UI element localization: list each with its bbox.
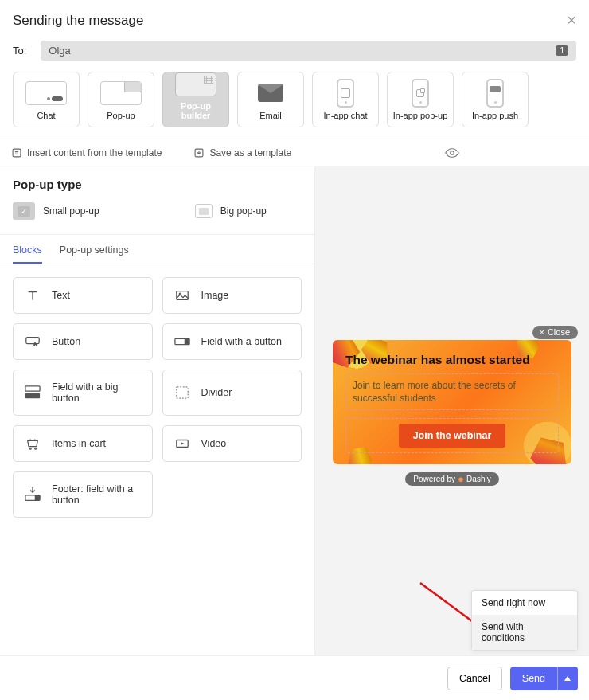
big-radio-thumb-icon: [195, 204, 213, 218]
preview-cta-wrap[interactable]: Join the webinar: [345, 418, 559, 453]
block-text[interactable]: Text: [13, 277, 153, 314]
preview-body-text[interactable]: Join to learn more about the secrets of …: [345, 373, 559, 410]
caret-up-icon: [564, 676, 571, 681]
block-items-cart-label: Items in cart: [52, 438, 106, 449]
check-icon: ✓: [18, 206, 30, 217]
save-template-label: Save as a template: [209, 147, 291, 158]
close-icon[interactable]: ×: [567, 11, 576, 29]
block-image-label: Image: [201, 290, 229, 301]
svg-rect-8: [25, 386, 40, 391]
field-button-icon: [174, 334, 190, 350]
button-icon: [25, 334, 41, 350]
channel-chat-label: Chat: [37, 111, 55, 120]
inapp-push-thumb-icon: [486, 79, 504, 108]
save-as-template-link[interactable]: Save as a template: [193, 147, 291, 158]
block-video-label: Video: [201, 438, 227, 449]
block-divider[interactable]: Divider: [162, 370, 302, 416]
preview-cta-label: Join the webinar: [413, 430, 492, 441]
preview-close-label: Close: [548, 327, 570, 337]
popup-type-big[interactable]: Big pop-up: [195, 202, 267, 220]
send-label: Send: [522, 673, 545, 684]
svg-rect-10: [176, 387, 187, 398]
divider-icon: [174, 385, 190, 401]
block-field-button-label: Field with a button: [201, 336, 282, 347]
send-cond-label: Send with conditions: [482, 621, 525, 643]
send-with-conditions-item[interactable]: Send with conditions: [472, 615, 577, 650]
channel-popup[interactable]: Pop-up: [88, 72, 154, 127]
block-field-with-button[interactable]: Field with a button: [162, 323, 302, 360]
svg-rect-3: [176, 291, 187, 300]
send-right-now-item[interactable]: Send right now: [472, 591, 577, 615]
popup-type-big-label: Big pop-up: [220, 205, 267, 217]
channel-inapp-popup[interactable]: In-app pop-up: [387, 72, 454, 127]
block-divider-label: Divider: [201, 387, 232, 398]
channel-popup-label: Pop-up: [107, 111, 135, 120]
svg-rect-0: [13, 149, 21, 157]
block-image[interactable]: Image: [162, 277, 302, 314]
popup-builder-thumb-icon: [175, 72, 216, 96]
tab-settings-label: Pop-up settings: [60, 244, 129, 256]
powered-by-prefix: Powered by: [413, 475, 455, 483]
svg-point-12: [35, 448, 37, 449]
tab-blocks[interactable]: Blocks: [13, 244, 42, 264]
channel-popup-builder-label: Pop-up builder: [166, 101, 225, 120]
channel-inapp-chat[interactable]: In-app chat: [312, 72, 379, 127]
channel-inapp-chat-label: In-app chat: [323, 111, 367, 120]
preview-title: The webinar has almost started: [345, 353, 559, 367]
channel-chat[interactable]: Chat: [13, 72, 80, 127]
block-button[interactable]: Button: [13, 323, 153, 360]
svg-point-11: [29, 448, 31, 449]
block-footer-field[interactable]: Footer: field with a button: [13, 471, 153, 518]
block-footer-field-label: Footer: field with a button: [52, 483, 141, 506]
dashly-logo-icon: ⎈: [458, 475, 463, 483]
preview-eye-icon[interactable]: [445, 147, 459, 158]
send-options-menu: Send right now Send with conditions: [471, 590, 578, 651]
chat-thumb-icon: [25, 81, 67, 105]
preview-cta-button[interactable]: Join the webinar: [399, 424, 506, 448]
svg-rect-7: [184, 338, 189, 344]
popup-type-title: Pop-up type: [0, 166, 314, 199]
block-field-with-big-button[interactable]: Field with a big button: [13, 370, 153, 416]
channel-inapp-push-label: In-app push: [472, 111, 518, 120]
text-icon: [25, 287, 41, 303]
block-text-label: Text: [52, 290, 70, 301]
channel-inapp-push[interactable]: In-app push: [462, 72, 529, 127]
powered-by-badge[interactable]: Powered by ⎈ Dashly: [405, 472, 498, 486]
image-icon: [174, 287, 190, 303]
send-button[interactable]: Send: [510, 667, 557, 690]
popup-preview-card[interactable]: The webinar has almost started Join to l…: [333, 340, 571, 464]
tab-popup-settings[interactable]: Pop-up settings: [60, 244, 129, 264]
preview-close-button[interactable]: × Close: [532, 326, 578, 339]
video-icon: [174, 436, 190, 452]
send-now-label: Send right now: [482, 597, 545, 608]
block-button-label: Button: [52, 336, 80, 347]
channel-inapp-popup-label: In-app pop-up: [393, 111, 448, 120]
popup-type-small-label: Small pop-up: [43, 205, 99, 217]
inapp-chat-thumb-icon: [337, 79, 354, 108]
cancel-button[interactable]: Cancel: [447, 667, 502, 690]
recipient-chip[interactable]: Olga 1: [41, 41, 576, 61]
block-video[interactable]: Video: [162, 425, 302, 462]
svg-point-4: [179, 293, 181, 295]
send-dropdown-toggle[interactable]: [557, 667, 578, 690]
svg-rect-9: [25, 393, 40, 398]
cart-icon: [25, 436, 41, 452]
field-big-button-icon: [25, 385, 41, 401]
svg-rect-15: [35, 495, 40, 500]
inapp-popup-thumb-icon: [412, 79, 429, 108]
popup-thumb-icon: [100, 81, 142, 105]
insert-template-label: Insert content from the template: [27, 147, 162, 158]
email-thumb-icon: [258, 84, 283, 102]
channel-email[interactable]: Email: [237, 72, 304, 127]
powered-by-name: Dashly: [466, 475, 491, 483]
popup-type-small[interactable]: ✓ Small pop-up: [13, 202, 99, 220]
insert-from-template-link[interactable]: Insert content from the template: [11, 147, 162, 158]
dialog-title: Sending the message: [13, 13, 143, 29]
channel-popup-builder[interactable]: Pop-up builder: [162, 72, 229, 127]
recipient-count-badge: 1: [556, 45, 568, 56]
block-items-in-cart[interactable]: Items in cart: [13, 425, 153, 462]
close-x-icon: ×: [539, 327, 544, 337]
channel-email-label: Email: [259, 111, 282, 120]
save-template-icon: [193, 147, 205, 158]
cancel-label: Cancel: [459, 673, 490, 684]
